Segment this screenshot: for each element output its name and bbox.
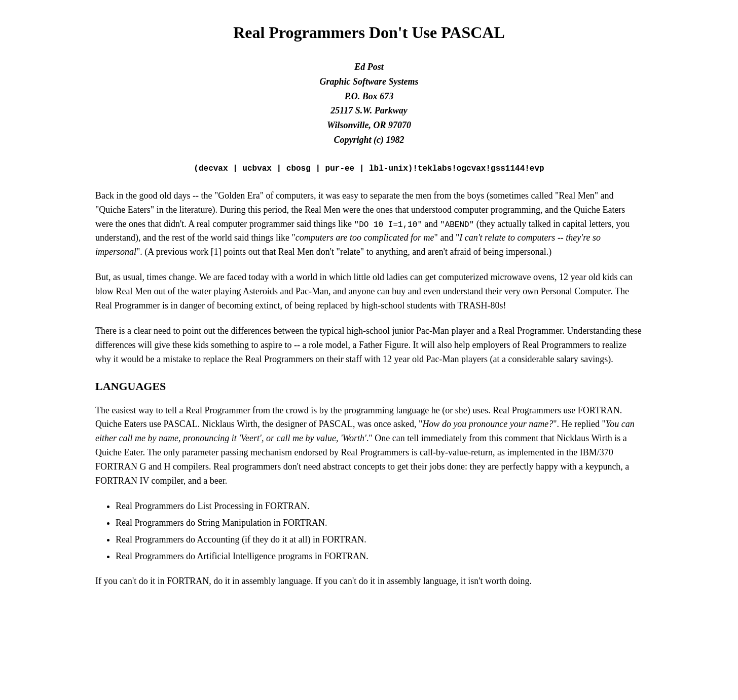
italic-worth: You can either call me by name, pronounc… [95, 419, 635, 443]
author-copyright: Copyright (c) 1982 [95, 133, 643, 147]
code-abend: "ABEND" [440, 220, 474, 229]
italic-pronounce: How do you pronounce your name? [422, 419, 553, 429]
author-city: Wilsonville, OR 97070 [95, 118, 643, 133]
page-title: Real Programmers Don't Use PASCAL [95, 20, 643, 45]
bullet-item: Real Programmers do String Manipulation … [116, 516, 643, 530]
fortran-bullet-list: Real Programmers do List Processing in F… [116, 499, 643, 563]
paragraph-1: Back in the good old days -- the "Golden… [95, 189, 643, 259]
author-block: Ed Post Graphic Software Systems P.O. Bo… [95, 60, 643, 147]
italic-complicated: computers are too complicated for me [296, 232, 434, 243]
bullet-item: Real Programmers do Accounting (if they … [116, 533, 643, 547]
paragraph-5: If you can't do it in FORTRAN, do it in … [95, 574, 643, 589]
code-do-loop: "DO 10 I=1,10" [354, 220, 422, 229]
bullet-item: Real Programmers do Artificial Intellige… [116, 550, 643, 563]
paragraph-3: There is a clear need to point out the d… [95, 324, 643, 367]
email-line: (decvax | ucbvax | cbosg | pur-ee | lbl-… [95, 163, 643, 175]
author-company: Graphic Software Systems [95, 74, 643, 89]
author-pobox: P.O. Box 673 [95, 89, 643, 104]
bullet-item: Real Programmers do List Processing in F… [116, 499, 643, 513]
section-languages-heading: LANGUAGES [95, 378, 643, 395]
author-name: Ed Post [95, 60, 643, 74]
paragraph-2: But, as usual, times change. We are face… [95, 270, 643, 313]
paragraph-4: The easiest way to tell a Real Programme… [95, 404, 643, 488]
author-address: 25117 S.W. Parkway [95, 103, 643, 118]
